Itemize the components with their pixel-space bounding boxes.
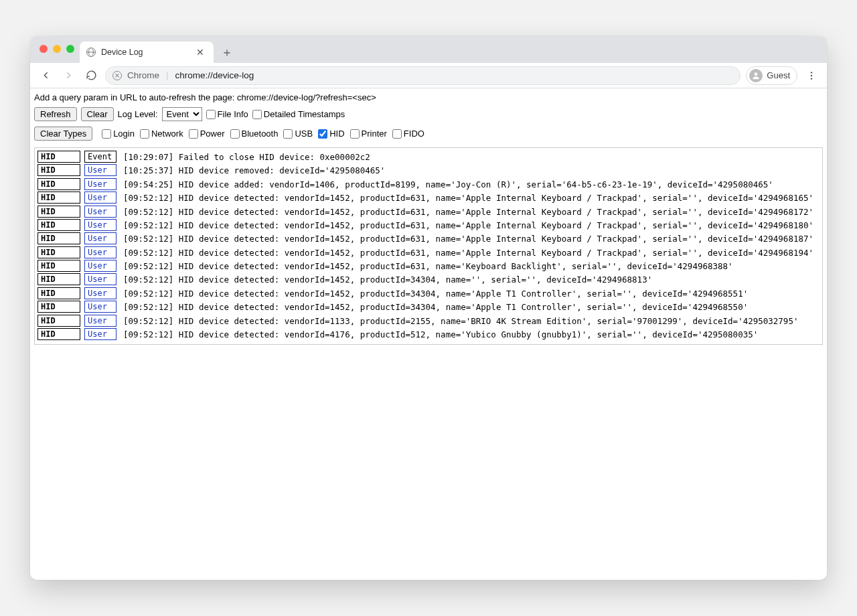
log-level-tag: User: [84, 328, 116, 340]
close-window-button[interactable]: [40, 45, 48, 53]
type-filter-input[interactable]: [283, 129, 293, 139]
clear-button[interactable]: Clear: [81, 107, 114, 121]
log-row: HIDUser[09:52:12] HID device detected: v…: [37, 260, 820, 273]
log-level-tag: User: [84, 191, 116, 204]
log-level-tag: Event: [84, 151, 116, 163]
log-row: HIDEvent[10:29:07] Failed to close HID d…: [37, 151, 820, 163]
controls-row-1: Refresh Clear Log Level: Event File Info…: [30, 104, 827, 124]
type-filter-login[interactable]: Login: [102, 129, 135, 139]
type-filter-input[interactable]: [140, 129, 149, 139]
url-scheme-label: Chrome: [127, 70, 159, 80]
type-filter-fido[interactable]: FIDO: [392, 129, 424, 139]
type-filter-input[interactable]: [189, 129, 198, 139]
profile-button[interactable]: Guest: [746, 66, 797, 85]
type-filter-usb[interactable]: USB: [283, 129, 313, 139]
page-content: Add a query param in URL to auto-refresh…: [30, 88, 827, 580]
refresh-hint: Add a query param in URL to auto-refresh…: [30, 88, 827, 104]
detailed-timestamps-input[interactable]: [252, 110, 262, 119]
type-filter-input[interactable]: [392, 129, 402, 139]
type-filter-input[interactable]: [350, 129, 360, 139]
window-controls: [40, 45, 74, 53]
log-level-tag: User: [84, 301, 116, 313]
new-tab-button[interactable]: ＋: [218, 43, 236, 62]
browser-tab[interactable]: Device Log ✕: [80, 42, 214, 63]
type-filter-input[interactable]: [318, 129, 327, 139]
log-row: HIDUser[09:52:12] HID device detected: v…: [37, 232, 820, 245]
log-type-tag: HID: [37, 178, 80, 190]
log-row: HIDUser[09:52:12] HID device detected: v…: [37, 287, 820, 300]
refresh-button[interactable]: Refresh: [34, 107, 77, 121]
reload-button[interactable]: [82, 67, 100, 84]
type-filter-network[interactable]: Network: [140, 129, 183, 139]
log-message: [09:52:12] HID device detected: vendorId…: [123, 315, 798, 327]
file-info-checkbox[interactable]: File Info: [206, 109, 248, 119]
svg-point-0: [755, 72, 758, 76]
log-type-tag: HID: [37, 151, 80, 163]
svg-point-1: [811, 72, 812, 73]
type-filters: LoginNetworkPowerBluetoothUSBHIDPrinterF…: [102, 129, 424, 139]
log-row: HIDUser[09:52:12] HID device detected: v…: [37, 246, 820, 259]
log-type-tag: HID: [37, 260, 80, 272]
nav-toolbar: Chrome | chrome://device-log Guest: [30, 63, 827, 88]
type-filter-printer[interactable]: Printer: [350, 129, 387, 139]
log-level-tag: User: [84, 178, 116, 190]
log-message: [09:52:12] HID device detected: vendorId…: [123, 260, 733, 273]
log-level-tag: User: [84, 206, 116, 218]
tab-title: Device Log: [101, 48, 143, 57]
file-info-input[interactable]: [206, 110, 216, 119]
detailed-timestamps-checkbox[interactable]: Detailed Timestamps: [252, 109, 345, 119]
log-level-tag: User: [84, 315, 116, 327]
controls-row-2: Clear Types LoginNetworkPowerBluetoothUS…: [30, 124, 827, 143]
minimize-window-button[interactable]: [53, 45, 61, 53]
log-message: [10:29:07] Failed to close HID device: 0…: [123, 151, 370, 163]
log-type-tag: HID: [37, 273, 80, 285]
back-button[interactable]: [37, 67, 54, 84]
browser-window: Device Log ✕ ＋ Chrome | chrome://device-…: [30, 36, 827, 580]
log-row: HIDUser[09:52:12] HID device detected: v…: [37, 328, 820, 341]
detailed-timestamps-label: Detailed Timestamps: [264, 109, 345, 119]
log-level-tag: User: [84, 219, 116, 231]
log-type-tag: HID: [37, 246, 80, 258]
tab-strip: Device Log ✕ ＋: [80, 36, 236, 63]
log-type-tag: HID: [37, 164, 80, 176]
address-bar[interactable]: Chrome | chrome://device-log: [105, 66, 741, 85]
type-filter-input[interactable]: [230, 129, 240, 139]
type-filter-power[interactable]: Power: [189, 129, 225, 139]
log-message: [10:25:37] HID device removed: deviceId=…: [123, 164, 385, 177]
close-tab-button[interactable]: ✕: [193, 46, 207, 58]
log-type-tag: HID: [37, 206, 80, 218]
log-message: [09:52:12] HID device detected: vendorId…: [123, 328, 758, 341]
log-message: [09:54:25] HID device added: vendorId=14…: [123, 178, 773, 191]
file-info-label: File Info: [218, 109, 248, 119]
url-divider: |: [166, 70, 169, 80]
forward-button[interactable]: [60, 67, 77, 84]
log-type-tag: HID: [37, 287, 80, 299]
maximize-window-button[interactable]: [66, 45, 74, 53]
type-filter-hid[interactable]: HID: [318, 129, 344, 139]
log-level-select[interactable]: Event: [162, 107, 202, 121]
log-type-tag: HID: [37, 328, 80, 340]
log-level-tag: User: [84, 260, 116, 272]
log-type-tag: HID: [37, 315, 80, 327]
type-filter-label: Network: [151, 129, 183, 139]
type-filter-label: FIDO: [404, 129, 424, 139]
log-level-tag: User: [84, 273, 116, 285]
clear-types-button[interactable]: Clear Types: [34, 127, 92, 141]
type-filter-input[interactable]: [102, 129, 111, 139]
log-row: HIDUser[09:54:25] HID device added: vend…: [37, 178, 820, 191]
log-row: HIDUser[10:25:37] HID device removed: de…: [37, 164, 820, 177]
site-info-icon[interactable]: [112, 71, 122, 80]
log-message: [09:52:12] HID device detected: vendorId…: [123, 206, 813, 218]
type-filter-bluetooth[interactable]: Bluetooth: [230, 129, 279, 139]
log-level-tag: User: [84, 287, 116, 299]
log-message: [09:52:12] HID device detected: vendorId…: [123, 232, 813, 245]
svg-point-3: [811, 78, 812, 79]
log-message: [09:52:12] HID device detected: vendorId…: [123, 287, 748, 300]
chrome-menu-button[interactable]: [803, 67, 820, 84]
titlebar: Device Log ✕ ＋: [30, 36, 827, 63]
log-level-tag: User: [84, 232, 116, 244]
log-row: HIDUser[09:52:12] HID device detected: v…: [37, 301, 820, 313]
log-row: HIDUser[09:52:12] HID device detected: v…: [37, 191, 820, 204]
type-filter-label: USB: [295, 129, 313, 139]
log-type-tag: HID: [37, 219, 80, 231]
